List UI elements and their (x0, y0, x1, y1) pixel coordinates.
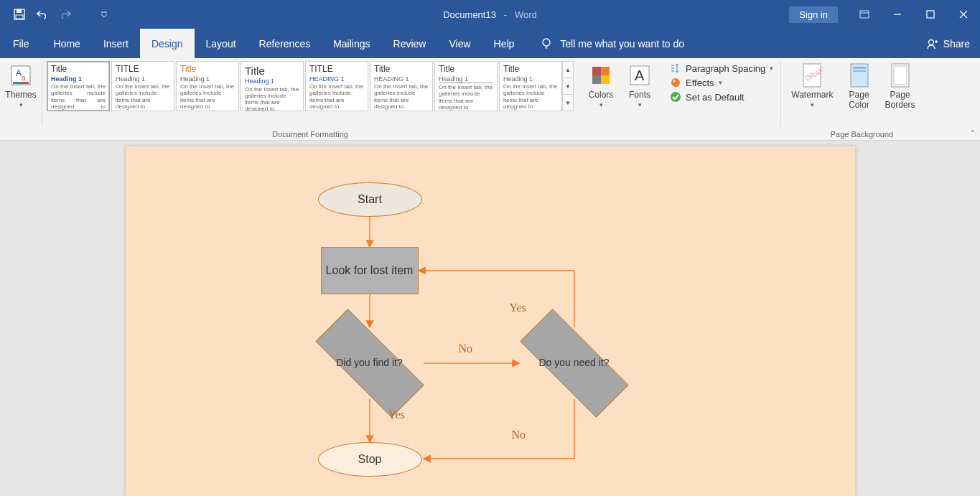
ribbon-tabs: File Home Insert Design Layout Reference… (0, 29, 980, 58)
svg-rect-22 (601, 75, 610, 84)
document-area[interactable]: Start Look for lost item Did you find it… (0, 141, 980, 496)
page-borders-button[interactable]: Page Borders (879, 61, 921, 140)
tab-references[interactable]: References (248, 29, 322, 58)
undo-icon[interactable] (36, 8, 49, 21)
ribbon: Aa Themes ▾ TitleHeading 1On the Insert … (0, 58, 980, 141)
tab-layout[interactable]: Layout (195, 29, 248, 58)
chevron-down-icon: ▾ (599, 101, 603, 108)
group-themes: Aa Themes ▾ (0, 58, 42, 140)
paragraph-spacing-label: Paragraph Spacing (686, 63, 765, 74)
flowchart-label-yes-find: Yes (388, 408, 405, 421)
page-borders-icon (887, 62, 913, 88)
check-icon (670, 91, 681, 103)
tab-design[interactable]: Design (140, 29, 195, 58)
style-set-item[interactable]: TitleHeading 1On the Insert tab, the gal… (434, 61, 498, 111)
share-label: Share (943, 38, 970, 50)
flowchart-stop[interactable]: Stop (318, 442, 422, 477)
flowchart-process-look[interactable]: Look for lost item (321, 247, 419, 294)
tab-file[interactable]: File (0, 29, 42, 58)
minimize-icon[interactable] (881, 0, 914, 29)
flowchart: Start Look for lost item Did you find it… (126, 146, 855, 496)
style-set-item[interactable]: TitleHeading 1On the Insert tab, the gal… (499, 61, 562, 111)
flowchart-decision-need[interactable]: Do you need it? (521, 327, 628, 399)
window-controls: Sign in (789, 0, 980, 29)
flowchart-start-label: Start (358, 193, 382, 206)
style-set-item[interactable]: TITLEHEADING 1On the Insert tab, the gal… (305, 61, 368, 111)
tab-insert[interactable]: Insert (92, 29, 140, 58)
svg-point-29 (673, 80, 676, 83)
tell-me-label: Tell me what you want to do (560, 38, 684, 50)
svg-rect-18 (13, 82, 21, 84)
paragraph-spacing-icon (670, 62, 681, 74)
svg-rect-1 (17, 9, 22, 13)
tab-help[interactable]: Help (482, 29, 526, 58)
fonts-icon: A (627, 62, 653, 88)
group-colors-fonts: Colors ▾ A Fonts ▾ (578, 58, 663, 140)
tell-me-search[interactable]: Tell me what you want to do (540, 29, 684, 58)
maximize-icon[interactable] (914, 0, 947, 29)
flowchart-find-label: Did you find it? (336, 357, 403, 370)
paragraph-spacing-button[interactable]: Paragraph Spacing ▾ (670, 62, 773, 74)
share-button[interactable]: Share (926, 29, 970, 58)
svg-text:a: a (22, 74, 26, 82)
style-set-item[interactable]: TitleHeading 1On the Insert tab, the gal… (47, 61, 110, 111)
page-color-icon (846, 62, 872, 88)
svg-text:A: A (16, 68, 22, 78)
tab-home[interactable]: Home (42, 29, 92, 58)
save-icon[interactable] (13, 8, 26, 21)
qat-customize-icon[interactable] (98, 8, 111, 21)
svg-point-11 (928, 39, 933, 45)
page-color-button[interactable]: Page Color (841, 61, 878, 140)
gallery-scroll-down[interactable]: ▼ (563, 78, 573, 94)
title-bar: Document13 - Word Sign in (0, 0, 980, 29)
style-set-item[interactable]: TitleHeading 1On the Insert tab, the gal… (241, 61, 304, 111)
svg-rect-36 (892, 64, 909, 87)
tab-review[interactable]: Review (382, 29, 438, 58)
flowchart-need-label: Do you need it? (538, 357, 609, 370)
share-icon (926, 37, 939, 50)
flowchart-decision-find[interactable]: Did you find it? (316, 327, 424, 399)
fonts-label: Fonts (629, 90, 650, 100)
chevron-down-icon: ▾ (719, 79, 722, 86)
style-set-item[interactable]: TitleHeading 1On the Insert tab, the gal… (176, 61, 239, 111)
gallery-scroll-up[interactable]: ▲ (563, 62, 573, 78)
ribbon-display-options-icon[interactable] (848, 0, 881, 29)
set-as-default-button[interactable]: Set as Default (670, 91, 773, 103)
svg-rect-2 (16, 15, 23, 19)
chevron-down-icon: ▾ (19, 101, 23, 108)
tab-view[interactable]: View (437, 29, 482, 58)
watermark-button[interactable]: DRAFT Watermark ▾ (785, 61, 839, 140)
close-icon[interactable] (947, 0, 980, 29)
tab-mailings[interactable]: Mailings (322, 29, 381, 58)
colors-button[interactable]: Colors ▾ (582, 61, 620, 140)
svg-rect-19 (592, 67, 601, 75)
group-page-background: DRAFT Watermark ▾ Page Color Page Border… (781, 58, 942, 140)
redo-icon[interactable] (59, 8, 72, 21)
sign-in-button[interactable]: Sign in (789, 6, 838, 23)
style-set-gallery[interactable]: TitleHeading 1On the Insert tab, the gal… (47, 61, 562, 111)
svg-point-28 (671, 78, 680, 87)
window-title: Document13 - Word (443, 9, 537, 20)
themes-button[interactable]: Aa Themes ▾ (4, 61, 37, 110)
effects-button[interactable]: Effects ▾ (670, 77, 773, 88)
set-default-label: Set as Default (686, 92, 745, 103)
gallery-scrollbar[interactable]: ▲ ▼ ▼ (562, 61, 574, 111)
flowchart-start[interactable]: Start (318, 182, 422, 217)
style-set-item[interactable]: TitleHEADING 1On the Insert tab, the gal… (370, 61, 433, 111)
fonts-button[interactable]: A Fonts ▾ (621, 61, 658, 140)
style-set-item[interactable]: TITLEHeading 1On the Insert tab, the gal… (111, 61, 174, 111)
group-document-formatting: TitleHeading 1On the Insert tab, the gal… (42, 58, 578, 140)
watermark-icon: DRAFT (799, 62, 825, 88)
flowchart-label-no-need: No (512, 429, 526, 441)
group-label-pagebg: Page Background (781, 130, 942, 139)
collapse-ribbon-icon[interactable]: ˄ (971, 129, 974, 137)
colors-icon (588, 62, 614, 88)
svg-rect-7 (927, 11, 934, 18)
flowchart-label-yes-need: Yes (510, 301, 526, 314)
svg-rect-21 (592, 75, 601, 84)
gallery-more[interactable]: ▼ (563, 94, 573, 111)
svg-rect-4 (860, 11, 869, 18)
colors-label: Colors (589, 90, 614, 100)
svg-rect-34 (853, 67, 866, 69)
svg-point-30 (671, 92, 681, 102)
